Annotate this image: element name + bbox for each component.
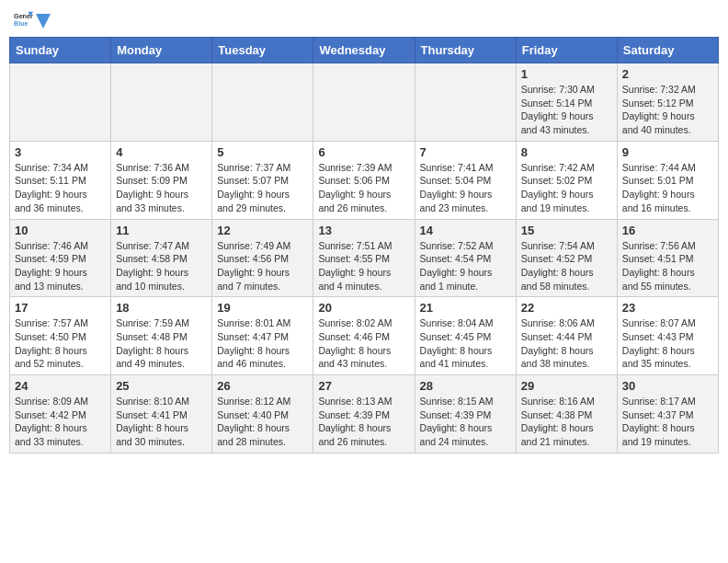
day-info: Sunrise: 7:39 AM Sunset: 5:06 PM Dayligh…: [318, 161, 409, 215]
day-info: Sunrise: 7:54 AM Sunset: 4:52 PM Dayligh…: [521, 239, 612, 293]
day-info: Sunrise: 7:56 AM Sunset: 4:51 PM Dayligh…: [622, 239, 713, 293]
day-number: 26: [217, 379, 308, 393]
calendar-week-2: 3Sunrise: 7:34 AM Sunset: 5:11 PM Daylig…: [10, 141, 719, 219]
day-info: Sunrise: 8:07 AM Sunset: 4:43 PM Dayligh…: [622, 316, 713, 371]
calendar-cell: [415, 63, 516, 142]
day-info: Sunrise: 7:34 AM Sunset: 5:11 PM Dayligh…: [15, 161, 106, 215]
day-info: Sunrise: 7:51 AM Sunset: 4:55 PM Dayligh…: [318, 239, 409, 293]
svg-text:Blue: Blue: [14, 20, 28, 28]
logo: General Blue: [13, 9, 51, 29]
calendar-cell: 2Sunrise: 7:32 AM Sunset: 5:12 PM Daylig…: [617, 63, 718, 142]
day-info: Sunrise: 8:17 AM Sunset: 4:37 PM Dayligh…: [622, 395, 713, 449]
day-number: 5: [217, 145, 308, 159]
calendar-cell: 26Sunrise: 8:12 AM Sunset: 4:40 PM Dayli…: [212, 375, 313, 454]
calendar-cell: 27Sunrise: 8:13 AM Sunset: 4:39 PM Dayli…: [313, 375, 415, 454]
calendar-cell: 17Sunrise: 7:57 AM Sunset: 4:50 PM Dayli…: [10, 297, 111, 375]
day-number: 12: [217, 224, 308, 237]
calendar-cell: 24Sunrise: 8:09 AM Sunset: 4:42 PM Dayli…: [10, 375, 111, 454]
header-cell-monday: Monday: [111, 38, 212, 63]
day-number: 22: [521, 301, 612, 315]
calendar-cell: 8Sunrise: 7:42 AM Sunset: 5:02 PM Daylig…: [516, 141, 617, 219]
day-info: Sunrise: 7:59 AM Sunset: 4:48 PM Dayligh…: [116, 316, 207, 371]
day-number: 10: [15, 224, 106, 237]
day-info: Sunrise: 8:16 AM Sunset: 4:38 PM Dayligh…: [521, 395, 612, 449]
calendar-cell: 19Sunrise: 8:01 AM Sunset: 4:47 PM Dayli…: [212, 297, 313, 375]
day-info: Sunrise: 7:57 AM Sunset: 4:50 PM Dayligh…: [15, 316, 106, 371]
calendar-cell: 29Sunrise: 8:16 AM Sunset: 4:38 PM Dayli…: [516, 375, 617, 454]
day-info: Sunrise: 8:04 AM Sunset: 4:45 PM Dayligh…: [420, 316, 511, 371]
day-number: 28: [420, 379, 511, 393]
day-info: Sunrise: 7:47 AM Sunset: 4:58 PM Dayligh…: [116, 239, 207, 293]
day-info: Sunrise: 7:36 AM Sunset: 5:09 PM Dayligh…: [116, 161, 207, 215]
day-number: 4: [116, 145, 207, 159]
header-cell-wednesday: Wednesday: [313, 38, 415, 63]
calendar-cell: 6Sunrise: 7:39 AM Sunset: 5:06 PM Daylig…: [313, 141, 415, 219]
calendar-cell: 14Sunrise: 7:52 AM Sunset: 4:54 PM Dayli…: [415, 219, 516, 297]
calendar-cell: [111, 63, 212, 142]
day-info: Sunrise: 8:10 AM Sunset: 4:41 PM Dayligh…: [116, 395, 207, 449]
calendar-cell: 3Sunrise: 7:34 AM Sunset: 5:11 PM Daylig…: [10, 141, 111, 219]
calendar-cell: 23Sunrise: 8:07 AM Sunset: 4:43 PM Dayli…: [617, 297, 718, 375]
day-number: 30: [622, 379, 713, 393]
day-number: 16: [622, 224, 713, 237]
day-info: Sunrise: 8:02 AM Sunset: 4:46 PM Dayligh…: [318, 316, 409, 371]
day-number: 3: [15, 145, 106, 159]
calendar-week-3: 10Sunrise: 7:46 AM Sunset: 4:59 PM Dayli…: [10, 219, 719, 297]
day-info: Sunrise: 7:37 AM Sunset: 5:07 PM Dayligh…: [217, 161, 308, 215]
calendar-week-5: 24Sunrise: 8:09 AM Sunset: 4:42 PM Dayli…: [10, 375, 719, 454]
day-info: Sunrise: 8:12 AM Sunset: 4:40 PM Dayligh…: [217, 395, 308, 449]
calendar-cell: [313, 63, 415, 142]
day-number: 11: [116, 224, 207, 237]
calendar-cell: 9Sunrise: 7:44 AM Sunset: 5:01 PM Daylig…: [617, 141, 718, 219]
svg-marker-3: [36, 14, 51, 29]
day-info: Sunrise: 8:13 AM Sunset: 4:39 PM Dayligh…: [318, 395, 409, 449]
calendar-cell: 18Sunrise: 7:59 AM Sunset: 4:48 PM Dayli…: [111, 297, 212, 375]
calendar-cell: [10, 63, 111, 142]
calendar-cell: 11Sunrise: 7:47 AM Sunset: 4:58 PM Dayli…: [111, 219, 212, 297]
calendar-cell: 4Sunrise: 7:36 AM Sunset: 5:09 PM Daylig…: [111, 141, 212, 219]
logo-triangle: [36, 14, 51, 29]
day-info: Sunrise: 8:06 AM Sunset: 4:44 PM Dayligh…: [521, 316, 612, 371]
day-number: 6: [318, 145, 409, 159]
day-number: 7: [420, 145, 511, 159]
header-cell-thursday: Thursday: [415, 38, 516, 63]
calendar-cell: 1Sunrise: 7:30 AM Sunset: 5:14 PM Daylig…: [516, 63, 617, 142]
day-number: 8: [521, 145, 612, 159]
calendar-cell: 20Sunrise: 8:02 AM Sunset: 4:46 PM Dayli…: [313, 297, 415, 375]
day-number: 17: [15, 301, 106, 315]
day-info: Sunrise: 8:15 AM Sunset: 4:39 PM Dayligh…: [420, 395, 511, 449]
calendar-cell: 5Sunrise: 7:37 AM Sunset: 5:07 PM Daylig…: [212, 141, 313, 219]
day-number: 21: [420, 301, 511, 315]
day-number: 18: [116, 301, 207, 315]
day-info: Sunrise: 7:32 AM Sunset: 5:12 PM Dayligh…: [622, 83, 713, 137]
day-info: Sunrise: 8:09 AM Sunset: 4:42 PM Dayligh…: [15, 395, 106, 449]
day-number: 1: [521, 67, 612, 81]
day-info: Sunrise: 7:42 AM Sunset: 5:02 PM Dayligh…: [521, 161, 612, 215]
day-info: Sunrise: 7:41 AM Sunset: 5:04 PM Dayligh…: [420, 161, 511, 215]
calendar-table: SundayMondayTuesdayWednesdayThursdayFrid…: [9, 37, 719, 454]
header: General Blue: [9, 9, 719, 29]
calendar-cell: [212, 63, 313, 142]
calendar-week-4: 17Sunrise: 7:57 AM Sunset: 4:50 PM Dayli…: [10, 297, 719, 375]
header-cell-tuesday: Tuesday: [212, 38, 313, 63]
day-info: Sunrise: 8:01 AM Sunset: 4:47 PM Dayligh…: [217, 316, 308, 371]
day-info: Sunrise: 7:49 AM Sunset: 4:56 PM Dayligh…: [217, 239, 308, 293]
calendar-cell: 30Sunrise: 8:17 AM Sunset: 4:37 PM Dayli…: [617, 375, 718, 454]
header-cell-saturday: Saturday: [617, 38, 718, 63]
calendar-cell: 13Sunrise: 7:51 AM Sunset: 4:55 PM Dayli…: [313, 219, 415, 297]
calendar-header-row: SundayMondayTuesdayWednesdayThursdayFrid…: [10, 38, 719, 63]
day-info: Sunrise: 7:44 AM Sunset: 5:01 PM Dayligh…: [622, 161, 713, 215]
calendar-cell: 7Sunrise: 7:41 AM Sunset: 5:04 PM Daylig…: [415, 141, 516, 219]
calendar-cell: 21Sunrise: 8:04 AM Sunset: 4:45 PM Dayli…: [415, 297, 516, 375]
day-number: 15: [521, 224, 612, 237]
day-number: 24: [15, 379, 106, 393]
calendar-cell: 15Sunrise: 7:54 AM Sunset: 4:52 PM Dayli…: [516, 219, 617, 297]
day-number: 27: [318, 379, 409, 393]
calendar-cell: 16Sunrise: 7:56 AM Sunset: 4:51 PM Dayli…: [617, 219, 718, 297]
day-number: 19: [217, 301, 308, 315]
day-number: 29: [521, 379, 612, 393]
day-number: 20: [318, 301, 409, 315]
day-number: 25: [116, 379, 207, 393]
day-number: 2: [622, 67, 713, 81]
day-info: Sunrise: 7:30 AM Sunset: 5:14 PM Dayligh…: [521, 83, 612, 137]
